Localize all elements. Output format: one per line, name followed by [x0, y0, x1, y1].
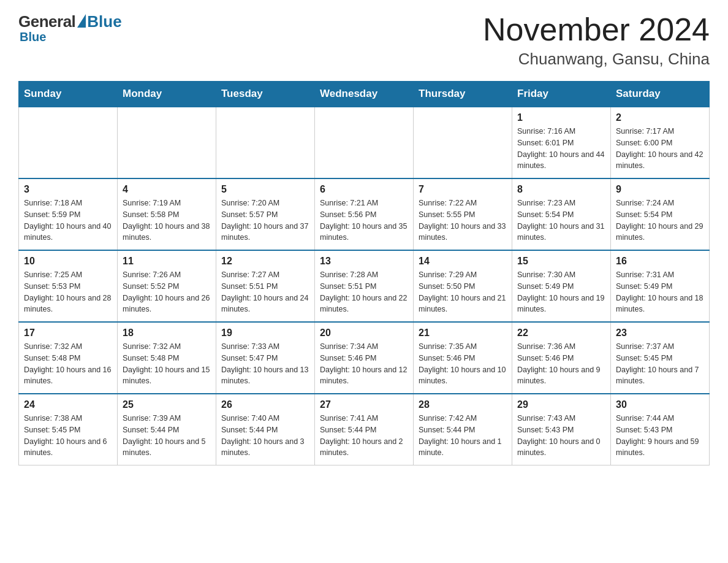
day-info: Sunrise: 7:38 AM Sunset: 5:45 PM Dayligh… [24, 413, 112, 459]
weekday-header: Monday [118, 82, 216, 107]
day-info: Sunrise: 7:34 AM Sunset: 5:46 PM Dayligh… [320, 341, 408, 387]
weekday-header: Saturday [611, 82, 710, 107]
day-info: Sunrise: 7:16 AM Sunset: 6:01 PM Dayligh… [517, 126, 605, 172]
calendar-day-cell: 7Sunrise: 7:22 AM Sunset: 5:55 PM Daylig… [414, 178, 512, 250]
day-number: 29 [517, 399, 605, 410]
day-number: 4 [123, 184, 211, 195]
calendar-day-cell: 11Sunrise: 7:26 AM Sunset: 5:52 PM Dayli… [118, 250, 216, 322]
day-number: 23 [616, 327, 704, 339]
day-number: 18 [123, 327, 211, 339]
weekday-header: Friday [512, 82, 611, 107]
calendar-day-cell: 25Sunrise: 7:39 AM Sunset: 5:44 PM Dayli… [118, 394, 216, 465]
calendar-day-cell: 20Sunrise: 7:34 AM Sunset: 5:46 PM Dayli… [315, 322, 414, 394]
calendar-week-row: 17Sunrise: 7:32 AM Sunset: 5:48 PM Dayli… [19, 322, 710, 394]
calendar-day-cell: 28Sunrise: 7:42 AM Sunset: 5:44 PM Dayli… [414, 394, 512, 465]
day-number: 13 [320, 256, 408, 267]
day-info: Sunrise: 7:30 AM Sunset: 5:49 PM Dayligh… [517, 269, 605, 315]
calendar-day-cell: 16Sunrise: 7:31 AM Sunset: 5:49 PM Dayli… [611, 250, 710, 322]
day-info: Sunrise: 7:41 AM Sunset: 5:44 PM Dayligh… [320, 413, 408, 459]
logo-triangle-icon [77, 14, 86, 28]
calendar-day-cell: 2Sunrise: 7:17 AM Sunset: 6:00 PM Daylig… [611, 107, 710, 178]
calendar-day-cell: 24Sunrise: 7:38 AM Sunset: 5:45 PM Dayli… [19, 394, 118, 465]
calendar-day-cell [19, 107, 118, 178]
day-number: 7 [419, 184, 507, 195]
calendar-header-row: SundayMondayTuesdayWednesdayThursdayFrid… [19, 82, 710, 107]
logo: General Blue Blue [18, 12, 122, 44]
calendar-day-cell [414, 107, 512, 178]
weekday-header: Wednesday [315, 82, 414, 107]
day-number: 3 [24, 184, 112, 195]
day-info: Sunrise: 7:23 AM Sunset: 5:54 PM Dayligh… [517, 197, 605, 243]
day-info: Sunrise: 7:17 AM Sunset: 6:00 PM Dayligh… [616, 126, 704, 172]
calendar-day-cell: 22Sunrise: 7:36 AM Sunset: 5:46 PM Dayli… [512, 322, 611, 394]
day-number: 5 [221, 184, 309, 195]
day-info: Sunrise: 7:32 AM Sunset: 5:48 PM Dayligh… [24, 341, 112, 387]
calendar-week-row: 3Sunrise: 7:18 AM Sunset: 5:59 PM Daylig… [19, 178, 710, 250]
day-info: Sunrise: 7:32 AM Sunset: 5:48 PM Dayligh… [123, 341, 211, 387]
logo-general-text: General [18, 12, 75, 31]
day-info: Sunrise: 7:40 AM Sunset: 5:44 PM Dayligh… [221, 413, 309, 459]
day-info: Sunrise: 7:21 AM Sunset: 5:56 PM Dayligh… [320, 197, 408, 243]
day-number: 24 [24, 399, 112, 410]
day-number: 20 [320, 327, 408, 339]
calendar-day-cell: 15Sunrise: 7:30 AM Sunset: 5:49 PM Dayli… [512, 250, 611, 322]
calendar-day-cell: 13Sunrise: 7:28 AM Sunset: 5:51 PM Dayli… [315, 250, 414, 322]
day-number: 26 [221, 399, 309, 410]
day-info: Sunrise: 7:27 AM Sunset: 5:51 PM Dayligh… [221, 269, 309, 315]
day-info: Sunrise: 7:24 AM Sunset: 5:54 PM Dayligh… [616, 197, 704, 243]
day-number: 19 [221, 327, 309, 339]
day-info: Sunrise: 7:22 AM Sunset: 5:55 PM Dayligh… [419, 197, 507, 243]
calendar-title: November 2024 [483, 12, 710, 47]
day-info: Sunrise: 7:43 AM Sunset: 5:43 PM Dayligh… [517, 413, 605, 459]
calendar-day-cell: 4Sunrise: 7:19 AM Sunset: 5:58 PM Daylig… [118, 178, 216, 250]
day-number: 30 [616, 399, 704, 410]
day-number: 27 [320, 399, 408, 410]
day-number: 6 [320, 184, 408, 195]
calendar-day-cell: 30Sunrise: 7:44 AM Sunset: 5:43 PM Dayli… [611, 394, 710, 465]
day-info: Sunrise: 7:37 AM Sunset: 5:45 PM Dayligh… [616, 341, 704, 387]
page-header: General Blue Blue November 2024 Chuanwan… [18, 12, 710, 69]
day-number: 8 [517, 184, 605, 195]
logo-blue-text: Blue [87, 12, 121, 31]
day-info: Sunrise: 7:35 AM Sunset: 5:46 PM Dayligh… [419, 341, 507, 387]
weekday-header: Tuesday [216, 82, 315, 107]
calendar-day-cell: 29Sunrise: 7:43 AM Sunset: 5:43 PM Dayli… [512, 394, 611, 465]
weekday-header: Sunday [19, 82, 118, 107]
day-info: Sunrise: 7:18 AM Sunset: 5:59 PM Dayligh… [24, 197, 112, 243]
calendar-day-cell: 5Sunrise: 7:20 AM Sunset: 5:57 PM Daylig… [216, 178, 315, 250]
calendar-day-cell: 9Sunrise: 7:24 AM Sunset: 5:54 PM Daylig… [611, 178, 710, 250]
day-info: Sunrise: 7:33 AM Sunset: 5:47 PM Dayligh… [221, 341, 309, 387]
day-info: Sunrise: 7:25 AM Sunset: 5:53 PM Dayligh… [24, 269, 112, 315]
day-info: Sunrise: 7:28 AM Sunset: 5:51 PM Dayligh… [320, 269, 408, 315]
calendar-day-cell: 6Sunrise: 7:21 AM Sunset: 5:56 PM Daylig… [315, 178, 414, 250]
day-number: 21 [419, 327, 507, 339]
day-info: Sunrise: 7:26 AM Sunset: 5:52 PM Dayligh… [123, 269, 211, 315]
calendar-day-cell [118, 107, 216, 178]
calendar-day-cell: 18Sunrise: 7:32 AM Sunset: 5:48 PM Dayli… [118, 322, 216, 394]
day-info: Sunrise: 7:29 AM Sunset: 5:50 PM Dayligh… [419, 269, 507, 315]
day-info: Sunrise: 7:44 AM Sunset: 5:43 PM Dayligh… [616, 413, 704, 459]
calendar-day-cell: 27Sunrise: 7:41 AM Sunset: 5:44 PM Dayli… [315, 394, 414, 465]
day-info: Sunrise: 7:36 AM Sunset: 5:46 PM Dayligh… [517, 341, 605, 387]
day-info: Sunrise: 7:42 AM Sunset: 5:44 PM Dayligh… [419, 413, 507, 459]
calendar-day-cell: 17Sunrise: 7:32 AM Sunset: 5:48 PM Dayli… [19, 322, 118, 394]
calendar-day-cell: 1Sunrise: 7:16 AM Sunset: 6:01 PM Daylig… [512, 107, 611, 178]
day-number: 17 [24, 327, 112, 339]
day-number: 9 [616, 184, 704, 195]
day-info: Sunrise: 7:39 AM Sunset: 5:44 PM Dayligh… [123, 413, 211, 459]
calendar-day-cell: 8Sunrise: 7:23 AM Sunset: 5:54 PM Daylig… [512, 178, 611, 250]
calendar-location: Chuanwang, Gansu, China [483, 50, 710, 69]
calendar-week-row: 10Sunrise: 7:25 AM Sunset: 5:53 PM Dayli… [19, 250, 710, 322]
day-info: Sunrise: 7:19 AM Sunset: 5:58 PM Dayligh… [123, 197, 211, 243]
day-info: Sunrise: 7:20 AM Sunset: 5:57 PM Dayligh… [221, 197, 309, 243]
day-number: 16 [616, 256, 704, 267]
day-info: Sunrise: 7:31 AM Sunset: 5:49 PM Dayligh… [616, 269, 704, 315]
day-number: 10 [24, 256, 112, 267]
calendar-day-cell: 12Sunrise: 7:27 AM Sunset: 5:51 PM Dayli… [216, 250, 315, 322]
calendar-day-cell: 23Sunrise: 7:37 AM Sunset: 5:45 PM Dayli… [611, 322, 710, 394]
day-number: 2 [616, 112, 704, 123]
logo-subtitle: Blue [20, 30, 46, 44]
day-number: 25 [123, 399, 211, 410]
day-number: 12 [221, 256, 309, 267]
weekday-header: Thursday [414, 82, 512, 107]
